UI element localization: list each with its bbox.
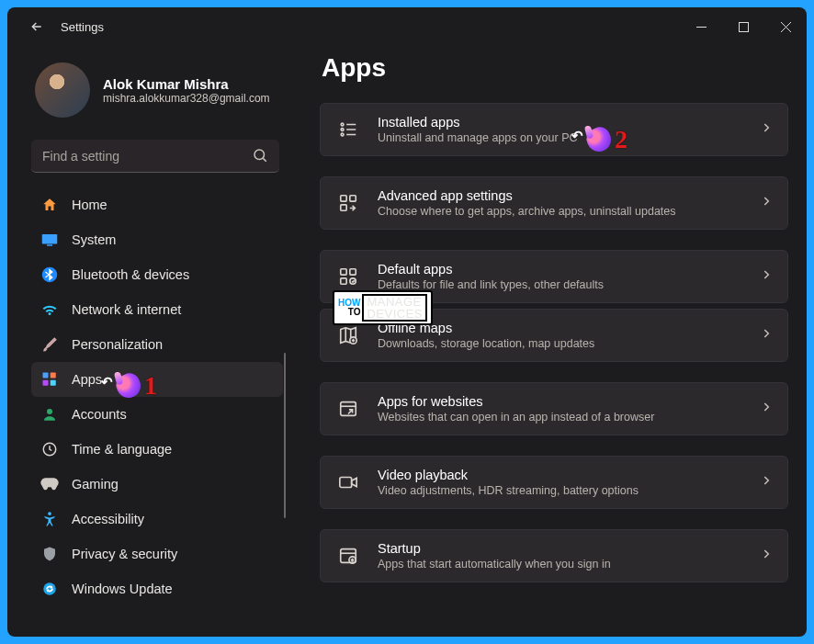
accessibility-icon (40, 510, 59, 528)
svg-point-13 (47, 409, 52, 414)
clock-globe-icon (40, 440, 59, 458)
tile-title: Video playback (378, 468, 760, 482)
svg-rect-28 (341, 278, 346, 284)
titlebar: Settings (7, 7, 807, 46)
tile-body: Advanced app settings Choose where to ge… (378, 188, 760, 218)
settings-window: Settings Alok Kumar Mishra mishra.alokku… (7, 7, 807, 637)
sidebar-item-label: Home (72, 198, 107, 212)
sidebar-item-bluetooth[interactable]: Bluetooth & devices (31, 257, 283, 292)
svg-rect-26 (341, 269, 346, 275)
svg-rect-27 (350, 269, 356, 275)
sidebar-item-label: Privacy & security (72, 547, 177, 561)
search-wrap (31, 140, 279, 173)
search-icon (252, 147, 268, 167)
map-download-icon (335, 322, 361, 348)
svg-rect-25 (341, 205, 346, 210)
tile-subtitle: Choose where to get apps, archive apps, … (378, 205, 760, 218)
sidebar-item-label: Accessibility (72, 512, 144, 526)
video-icon (335, 469, 361, 495)
profile-email: mishra.alokkumar328@gmail.com (103, 92, 270, 105)
sidebar-item-label: Time & language (72, 442, 172, 457)
tile-body: Installed apps Uninstall and manage apps… (378, 115, 760, 144)
sidebar-item-system[interactable]: System (31, 222, 283, 257)
svg-rect-7 (47, 244, 52, 246)
svg-rect-23 (341, 196, 346, 201)
sidebar-item-time-language[interactable]: Time & language (31, 432, 283, 467)
paintbrush-icon (40, 335, 59, 354)
sidebar-item-accessibility[interactable]: Accessibility (31, 502, 283, 537)
tile-subtitle: Downloads, storage location, map updates (378, 337, 760, 350)
watermark-box: MANAGE DEVICES (362, 294, 427, 322)
main-content: Apps Installed apps Uninstall and manage… (298, 46, 807, 637)
sidebar-item-label: Windows Update (72, 582, 173, 596)
sidebar: Alok Kumar Mishra mishra.alokkumar328@gm… (7, 46, 298, 637)
sidebar-item-label: Bluetooth & devices (72, 267, 189, 282)
svg-rect-33 (340, 478, 352, 488)
maximize-icon (739, 22, 749, 32)
sidebar-item-label: Personalization (72, 337, 163, 352)
profile-name: Alok Kumar Mishra (103, 76, 270, 92)
profile-block[interactable]: Alok Kumar Mishra mishra.alokkumar328@gm… (31, 55, 283, 134)
update-icon (40, 580, 59, 598)
sidebar-item-apps[interactable]: Apps (31, 362, 283, 397)
tile-subtitle: Uninstall and manage apps on your PC (378, 131, 760, 144)
svg-rect-12 (51, 380, 56, 386)
tile-title: Advanced app settings (378, 188, 760, 203)
back-button[interactable] (20, 10, 53, 43)
sidebar-item-label: Gaming (72, 477, 119, 491)
close-button[interactable] (764, 12, 807, 41)
chevron-right-icon (760, 268, 773, 285)
profile-text: Alok Kumar Mishra mishra.alokkumar328@gm… (103, 76, 270, 105)
tile-body: Startup Apps that start automatically wh… (378, 541, 760, 571)
display-icon (40, 231, 59, 249)
svg-point-15 (48, 512, 51, 515)
bluetooth-icon (40, 266, 59, 284)
sidebar-item-label: Apps (72, 372, 102, 387)
watermark-to: TO (348, 308, 361, 317)
sidebar-item-personalization[interactable]: Personalization (31, 327, 283, 362)
person-icon (40, 405, 59, 424)
tile-startup[interactable]: Startup Apps that start automatically wh… (320, 529, 788, 582)
sidebar-item-label: System (72, 232, 116, 247)
tile-title: Startup (378, 541, 760, 556)
svg-rect-24 (350, 196, 356, 201)
chevron-right-icon (760, 401, 773, 417)
svg-point-16 (43, 582, 56, 595)
svg-rect-11 (43, 380, 49, 386)
sidebar-item-gaming[interactable]: Gaming (31, 467, 283, 502)
startup-icon (335, 543, 361, 569)
tile-body: Offline maps Downloads, storage location… (378, 321, 760, 350)
sidebar-item-home[interactable]: Home (31, 187, 283, 222)
tile-advanced-app-settings[interactable]: Advanced app settings Choose where to ge… (320, 176, 788, 230)
sidebar-item-network[interactable]: Network & internet (31, 292, 283, 327)
chevron-right-icon (760, 327, 773, 344)
svg-line-5 (263, 158, 266, 161)
svg-rect-10 (51, 373, 56, 378)
tile-apps-for-websites[interactable]: Apps for websites Websites that can open… (320, 382, 788, 435)
maximize-button[interactable] (722, 12, 764, 41)
sidebar-item-windows-update[interactable]: Windows Update (31, 571, 283, 606)
tile-installed-apps[interactable]: Installed apps Uninstall and manage apps… (320, 103, 788, 156)
svg-rect-1 (739, 22, 748, 31)
chevron-right-icon (760, 474, 773, 491)
default-apps-icon (335, 264, 361, 289)
tile-body: Apps for websites Websites that can open… (378, 394, 760, 424)
svg-rect-6 (42, 234, 58, 244)
sidebar-item-privacy[interactable]: Privacy & security (31, 537, 283, 571)
apps-grid-icon (40, 370, 59, 389)
sidebar-item-accounts[interactable]: Accounts (31, 397, 283, 432)
chevron-right-icon (760, 548, 773, 564)
search-input[interactable] (31, 140, 279, 173)
tile-subtitle: Video adjustments, HDR streaming, batter… (378, 484, 760, 497)
scroll-indicator (284, 353, 286, 518)
svg-point-21 (341, 133, 344, 136)
tile-video-playback[interactable]: Video playback Video adjustments, HDR st… (320, 456, 788, 509)
shield-icon (40, 545, 59, 563)
gamepad-icon (40, 475, 59, 493)
minimize-icon (696, 22, 707, 32)
window-controls (680, 12, 807, 41)
chevron-right-icon (760, 195, 773, 211)
minimize-button[interactable] (680, 12, 722, 41)
sidebar-item-label: Accounts (72, 407, 127, 422)
chevron-right-icon (760, 121, 773, 138)
